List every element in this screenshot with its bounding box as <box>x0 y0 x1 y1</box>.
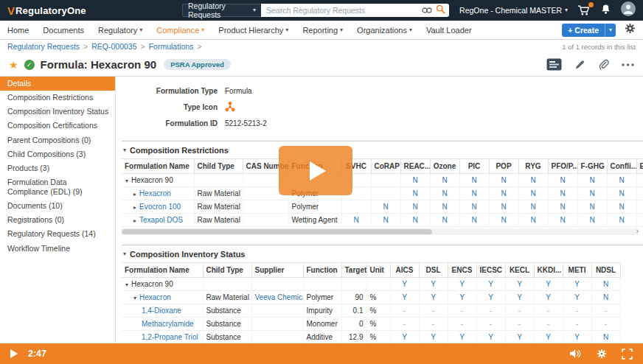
collapse-row-icon[interactable] <box>133 295 136 301</box>
sidebar-item-regulatory-requests-14[interactable]: Regulatory Requests (14) <box>0 227 115 241</box>
fullscreen-icon[interactable] <box>622 349 633 360</box>
row-name-link[interactable]: Hexacron <box>139 293 171 301</box>
binoculars-icon[interactable] <box>422 4 432 17</box>
field-label: Type Icon <box>122 103 218 111</box>
column-header-ozone[interactable]: Ozone <box>430 159 459 174</box>
cell-eu-bi: N <box>636 214 643 227</box>
nav-item-reporting[interactable]: Reporting <box>302 26 343 35</box>
column-header-confli[interactable]: Confli... <box>607 159 636 174</box>
sidebar-item-composition-certifications[interactable]: Composition Certifications <box>0 119 115 133</box>
nav-item-product-hierarchy[interactable]: Product Hierarchy <box>218 26 288 35</box>
video-play-overlay-button[interactable] <box>279 146 352 195</box>
sidebar-item-formulation-data-compliance-edl-9[interactable]: Formulation Data Compliance (EDL) (9) <box>0 175 115 199</box>
cell-ndsl: N <box>591 278 620 291</box>
row-name-link[interactable]: 1,4-Dioxane <box>142 307 181 315</box>
nav-item-organizations[interactable]: Organizations <box>357 26 412 35</box>
row-name-link[interactable]: Methacrylamide <box>142 320 194 328</box>
cell-ozone: N <box>430 187 459 200</box>
expand-row-icon[interactable] <box>133 217 136 224</box>
column-header-corap[interactable]: CoRAP <box>371 159 400 174</box>
cell-child-type: Raw Material <box>203 291 251 304</box>
column-header-dsl[interactable]: DSL <box>419 263 448 278</box>
column-header-iecsc[interactable]: IECSC <box>476 263 505 278</box>
sidebar-item-registrations-0[interactable]: Registrations (0) <box>0 213 115 227</box>
favorite-star-icon[interactable] <box>9 59 18 71</box>
column-header-child-type[interactable]: Child Type <box>194 159 243 174</box>
admin-gear-icon[interactable] <box>625 23 636 37</box>
column-header-formulation-name[interactable]: Formulation Name <box>122 159 194 174</box>
sidebar-item-child-compositions-3[interactable]: Child Compositions (3) <box>0 147 115 161</box>
create-button[interactable]: + Create <box>562 24 616 37</box>
search-object-selector[interactable]: Regulatory Requests <box>182 4 261 17</box>
cart-badge <box>588 2 594 7</box>
column-header-pic[interactable]: PIC <box>459 159 489 174</box>
scrollbar-thumb[interactable] <box>122 229 432 234</box>
column-header-supplier[interactable]: Supplier <box>251 263 303 278</box>
column-header-meti[interactable]: METI <box>563 263 591 278</box>
column-header-kkdi[interactable]: KKDI... <box>534 263 563 278</box>
column-header-ndsl[interactable]: NDSL <box>591 263 620 278</box>
horizontal-scrollbar[interactable] <box>122 228 639 235</box>
cart-button[interactable] <box>577 4 591 16</box>
notifications-bell-icon[interactable] <box>600 4 611 18</box>
column-header-f-ghg[interactable]: F-GHG <box>577 159 607 174</box>
edit-pencil-icon[interactable] <box>574 59 585 70</box>
row-name-link[interactable]: Hexacron <box>139 189 171 197</box>
attachments-paperclip-icon[interactable] <box>598 59 609 70</box>
sidebar-item-composition-restrictions[interactable]: Composition Restrictions <box>0 91 115 105</box>
cell-f-ghg: N <box>577 200 607 214</box>
section-header[interactable]: Composition Inventory Status <box>122 245 643 262</box>
sidebar-item-workflow-timeline[interactable]: Workflow Timeline <box>0 242 115 256</box>
sidebar-item-products-3[interactable]: Products (3) <box>0 161 115 175</box>
record-view-icon[interactable] <box>546 58 562 71</box>
column-header-reac[interactable]: REAC... <box>400 159 430 174</box>
user-avatar[interactable] <box>621 1 636 19</box>
search-icon[interactable] <box>436 4 445 17</box>
player-settings-gear-icon[interactable] <box>597 349 607 359</box>
column-header-kecl[interactable]: KECL <box>505 263 534 278</box>
row-name-link[interactable]: Texapol DOS <box>139 216 183 224</box>
volume-icon[interactable] <box>569 349 582 359</box>
breadcrumb-link-formulations[interactable]: Formulations <box>149 42 194 51</box>
column-header-pop[interactable]: POP <box>489 159 518 174</box>
expand-row-icon[interactable] <box>133 191 136 197</box>
sidebar-item-details[interactable]: Details <box>0 77 115 91</box>
nav-item-regulatory[interactable]: Regulatory <box>98 26 142 35</box>
nav-item-vault-loader[interactable]: Vault Loader <box>426 26 472 35</box>
section-header[interactable]: Composition Restrictions <box>122 141 643 158</box>
vault-selector[interactable]: RegOne - Chemical MASTER <box>459 6 568 15</box>
column-header-ryg[interactable]: RYG <box>518 159 548 174</box>
player-play-button[interactable] <box>10 349 18 358</box>
more-actions-icon[interactable] <box>622 63 634 66</box>
nav-item-home[interactable]: Home <box>7 26 29 35</box>
column-header-aics[interactable]: AICS <box>390 263 419 278</box>
nav-item-documents[interactable]: Documents <box>43 26 84 35</box>
breadcrumb-link-req-000035[interactable]: REQ-000035 <box>91 42 136 51</box>
video-player-bar: 2:47 <box>0 343 643 364</box>
column-header-target[interactable]: Target <box>341 263 366 278</box>
row-name-link[interactable]: 1,2-Propane Triol <box>142 333 198 341</box>
column-header-eu-bi[interactable]: EU bi... <box>636 159 643 174</box>
scroll-right-icon[interactable] <box>636 227 639 235</box>
expand-row-icon[interactable] <box>133 204 136 211</box>
cell-supplier[interactable]: Veeva Chemicals <box>251 291 303 304</box>
sidebar-item-parent-compositions-0[interactable]: Parent Compositions (0) <box>0 133 115 147</box>
create-dropdown-button[interactable] <box>605 24 616 37</box>
breadcrumb-link-regulatory-requests[interactable]: Regulatory Requests <box>7 42 80 51</box>
column-header-pfo-p[interactable]: PFO/P... <box>548 159 577 174</box>
cell-child-type: Raw Material <box>194 187 243 200</box>
column-header-unit[interactable]: Unit <box>366 263 390 278</box>
collapse-row-icon[interactable] <box>125 178 128 184</box>
app-logo[interactable]: V RegulatoryOne <box>7 4 86 17</box>
column-header-function[interactable]: Function <box>303 263 341 278</box>
sidebar-item-composition-inventory-status[interactable]: Composition Inventory Status <box>0 105 115 119</box>
column-header-encs[interactable]: ENCS <box>448 263 476 278</box>
nav-item-compliance[interactable]: Compliance <box>156 26 204 35</box>
row-name-link[interactable]: Evocron 100 <box>139 203 181 211</box>
sidebar-item-documents-10[interactable]: Documents (10) <box>0 199 115 213</box>
column-header-formulation-name[interactable]: Formulation Name <box>122 263 203 278</box>
nav-items: HomeDocumentsRegulatoryComplianceProduct… <box>7 26 472 35</box>
search-input[interactable] <box>261 6 449 15</box>
collapse-row-icon[interactable] <box>125 281 128 288</box>
column-header-child-type[interactable]: Child Type <box>203 263 251 278</box>
